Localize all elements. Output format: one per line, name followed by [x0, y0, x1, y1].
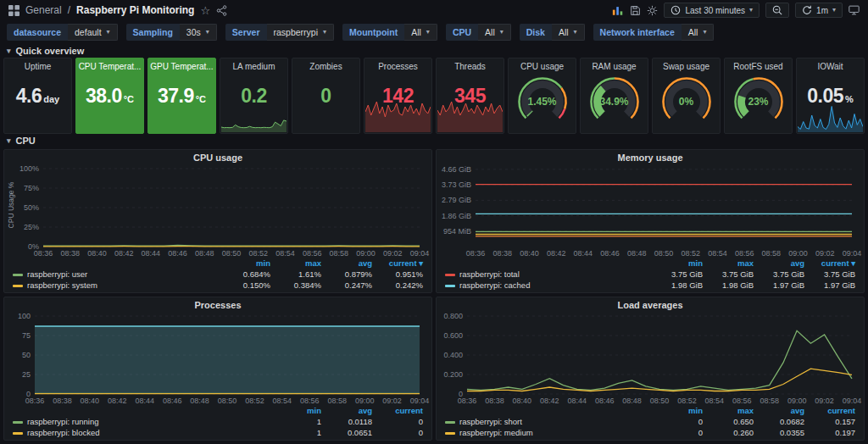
- variable-value-dropdown[interactable]: All▾: [682, 24, 715, 41]
- legend-col-min[interactable]: min: [654, 405, 704, 416]
- series-swatch-icon[interactable]: [445, 274, 455, 276]
- row-header-cpu[interactable]: ▾ CPU: [0, 134, 868, 147]
- variable-value-dropdown[interactable]: raspberrypi▾: [267, 24, 335, 41]
- gauge-value: 23%: [748, 96, 768, 108]
- svg-text:09:02: 09:02: [815, 397, 834, 405]
- legend-col-max[interactable]: max: [704, 405, 755, 416]
- series-swatch-icon[interactable]: [445, 421, 455, 424]
- legend-col-min[interactable]: min: [654, 258, 704, 269]
- legend-row: raspberrypi: short00.6500.06820.157: [443, 416, 857, 427]
- legend-row: raspberrypi: system0.150%0.384%0.247%0.2…: [11, 280, 425, 291]
- save-dashboard-icon[interactable]: [630, 5, 641, 16]
- variable-value-dropdown[interactable]: 30s▾: [180, 24, 217, 41]
- legend-col-current[interactable]: current: [806, 405, 857, 416]
- legend-col-current[interactable]: current ▾: [806, 258, 857, 269]
- dashboard-title[interactable]: Raspberry Pi Monitoring: [76, 4, 194, 16]
- legend-table: minmaxavgcurrentraspberrypi: short00.650…: [443, 405, 857, 438]
- series-swatch-icon[interactable]: [445, 432, 455, 435]
- cpu-row-panels: CPU usageCPU Usage %100%75%50%25%0%08:36…: [0, 147, 868, 441]
- plot-area[interactable]: 100%75%50%25%0%08:3608:3808:4008:4208:44…: [4, 164, 431, 258]
- chevron-down-icon: ▾: [500, 29, 504, 36]
- legend-value: 0.650: [704, 416, 755, 427]
- legend-col-avg[interactable]: avg: [323, 258, 374, 269]
- stat-unit: °C: [124, 94, 134, 104]
- series-name[interactable]: raspberrypi: blocked: [27, 428, 100, 437]
- plot-area[interactable]: 4.66 GiB3.73 GiB2.79 GiB1.86 GiB954 MiB0…: [437, 164, 864, 258]
- panel-uptime: Uptime4.6day: [3, 58, 72, 134]
- variable-value-dropdown[interactable]: default▾: [68, 24, 118, 41]
- series-swatch-icon[interactable]: [13, 421, 23, 424]
- add-panel-icon[interactable]: [612, 5, 624, 16]
- variable-value-dropdown[interactable]: All▾: [404, 24, 437, 41]
- chevron-down-icon: ▾: [426, 29, 430, 36]
- series-swatch-icon[interactable]: [13, 432, 23, 435]
- breadcrumb-folder[interactable]: General: [25, 4, 62, 16]
- svg-text:09:00: 09:00: [356, 249, 376, 258]
- star-icon[interactable]: ☆: [200, 5, 210, 16]
- chevron-down-icon: ▾: [7, 136, 11, 145]
- legend-value: 0.197: [806, 427, 857, 438]
- panel-cpu-usage: CPU usageCPU Usage %100%75%50%25%0%08:36…: [3, 149, 432, 293]
- legend-col-avg[interactable]: avg: [323, 405, 374, 416]
- row-header-quick-overview[interactable]: ▾ Quick overview: [0, 44, 868, 58]
- series-name[interactable]: raspberrypi: medium: [459, 428, 533, 437]
- gauge: 23%: [725, 69, 792, 133]
- svg-text:08:58: 08:58: [762, 249, 782, 258]
- stat-value: 37.9°C: [148, 85, 215, 108]
- svg-text:08:56: 08:56: [303, 249, 322, 258]
- svg-text:75%: 75%: [24, 184, 39, 192]
- dashboards-grid-icon[interactable]: [8, 5, 19, 16]
- svg-text:09:00: 09:00: [355, 397, 375, 405]
- svg-text:08:48: 08:48: [190, 397, 209, 405]
- series-name[interactable]: raspberrypi: total: [459, 269, 520, 279]
- panel-title[interactable]: Memory usage: [437, 150, 864, 164]
- series-swatch-icon[interactable]: [13, 274, 23, 276]
- legend-col-avg[interactable]: avg: [755, 258, 806, 269]
- svg-text:08:48: 08:48: [627, 249, 647, 258]
- panel-title: Threads: [437, 58, 504, 71]
- series-name[interactable]: raspberrypi: system: [27, 280, 97, 290]
- stat-value: 0.05%: [797, 85, 864, 108]
- series-name[interactable]: raspberrypi: running: [27, 417, 99, 426]
- legend-col-min[interactable]: min: [272, 405, 323, 416]
- time-range-picker[interactable]: Last 30 minutes ▾: [664, 3, 760, 18]
- share-icon[interactable]: [216, 5, 227, 16]
- svg-text:08:40: 08:40: [520, 249, 539, 258]
- svg-text:08:36: 08:36: [25, 397, 45, 405]
- legend-col-min[interactable]: min: [221, 258, 272, 269]
- panel-title: Uptime: [4, 58, 71, 71]
- legend-col-avg[interactable]: avg: [755, 405, 806, 416]
- stat-number: 345: [454, 85, 486, 107]
- clock-icon: [670, 5, 681, 15]
- legend-col-current[interactable]: current: [374, 405, 425, 416]
- plot-area[interactable]: 100755025008:3608:3808:4008:4208:4408:46…: [4, 311, 431, 405]
- variable-label: Disk: [520, 24, 552, 41]
- svg-text:08:52: 08:52: [245, 397, 264, 405]
- series-swatch-icon[interactable]: [445, 285, 455, 287]
- series-swatch-icon[interactable]: [13, 285, 23, 287]
- chart-body: 0.8000.6000.4000.200008:3608:3808:4008:4…: [437, 311, 864, 405]
- zoom-out-time-button[interactable]: [765, 3, 789, 18]
- svg-text:09:04: 09:04: [410, 249, 430, 258]
- variable-label: datasource: [7, 24, 68, 41]
- refresh-button[interactable]: 1m ▾: [795, 3, 843, 18]
- variable-value-dropdown[interactable]: All▾: [478, 24, 511, 41]
- legend-col-current[interactable]: current ▾: [374, 258, 425, 269]
- legend-col-max[interactable]: max: [704, 258, 755, 269]
- variable-value-dropdown[interactable]: All▾: [552, 24, 585, 41]
- legend-series-cell: raspberrypi: total: [443, 269, 654, 280]
- panel-title[interactable]: CPU usage: [4, 150, 431, 164]
- legend-header-spacer: [11, 405, 272, 416]
- plot-area[interactable]: 0.8000.6000.4000.200008:3608:3808:4008:4…: [437, 311, 864, 405]
- panel-title: LA medium: [220, 58, 287, 71]
- series-name[interactable]: raspberrypi: short: [459, 417, 522, 426]
- series-name[interactable]: raspberrypi: user: [27, 269, 87, 279]
- variable-datasource: datasourcedefault▾: [7, 24, 118, 41]
- panel-title[interactable]: Load averages: [437, 297, 864, 311]
- legend-col-max[interactable]: max: [272, 258, 323, 269]
- dashboard-settings-gear-icon[interactable]: [647, 5, 658, 16]
- panel-title[interactable]: Processes: [4, 297, 431, 311]
- cycle-view-tv-icon[interactable]: [849, 5, 860, 15]
- series-name[interactable]: raspberrypi: cached: [459, 280, 530, 290]
- svg-text:08:40: 08:40: [513, 397, 532, 405]
